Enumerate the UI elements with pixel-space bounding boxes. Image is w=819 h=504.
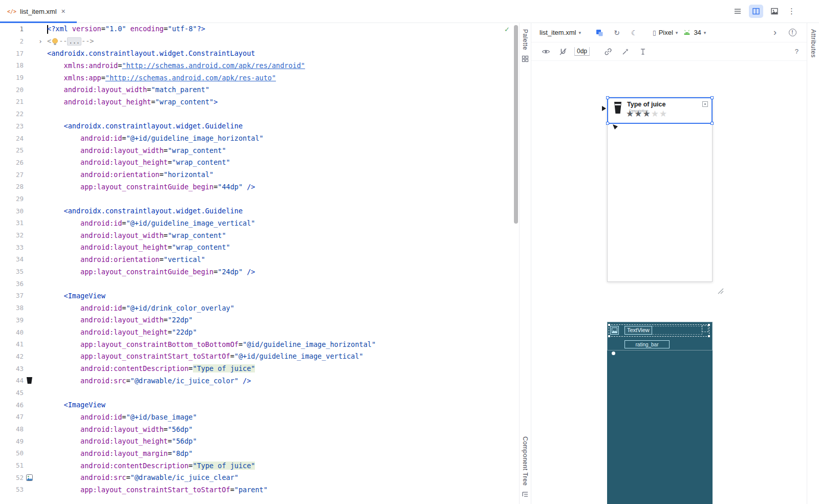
more-options-icon[interactable]: ⋮: [786, 7, 798, 16]
code-line[interactable]: 46 <ImageView: [0, 399, 519, 411]
code-line-text[interactable]: app:layout_constraintStart_toStartOf="@+…: [46, 352, 519, 360]
code-line[interactable]: 28 app:layout_constraintGuide_begin="44d…: [0, 181, 519, 193]
text-size-button[interactable]: [637, 46, 649, 58]
code-line[interactable]: 51 android:contentDescription="Type of j…: [0, 459, 519, 472]
editor-scrollbar[interactable]: [514, 25, 518, 224]
code-line[interactable]: 29: [0, 193, 519, 205]
code-line-text[interactable]: android:src="@drawable/ic_juice_color" /…: [46, 377, 519, 385]
code-line[interactable]: 23 <androidx.constraintlayout.widget.Gui…: [0, 120, 519, 133]
code-line-text[interactable]: android:id="@+id/drink_color_overlay": [46, 304, 519, 312]
code-line-text[interactable]: android:layout_width="22dp": [46, 316, 519, 324]
night-mode-icon[interactable]: ☾: [628, 27, 640, 39]
autoconnect-button[interactable]: [557, 46, 569, 58]
code-line-text[interactable]: android:layout_margin="8dp": [46, 449, 519, 457]
code-line-text[interactable]: android:layout_width="wrap_content": [46, 146, 519, 155]
code-line[interactable]: 32 android:layout_width="wrap_content": [0, 229, 519, 242]
code-line-text[interactable]: <androidx.constraintlayout.widget.Guidel…: [46, 207, 519, 215]
design-file-selector[interactable]: list_item.xml ▾: [540, 29, 581, 36]
issues-panel-button[interactable]: !: [786, 27, 799, 39]
selection-handle[interactable]: [606, 96, 609, 99]
design-view-button[interactable]: [767, 5, 782, 18]
code-line-text[interactable]: <androidx.constraintlayout.widget.Guidel…: [46, 122, 519, 130]
code-line-text[interactable]: android:layout_height="wrap_content">: [46, 98, 519, 106]
tab-list-item-xml[interactable]: </> list_item.xml ×: [0, 0, 73, 23]
code-line[interactable]: 30 <androidx.constraintlayout.widget.Gui…: [0, 205, 519, 217]
code-view-button[interactable]: [730, 5, 745, 18]
code-line[interactable]: 36: [0, 277, 519, 290]
code-line-text[interactable]: android:layout_height="22dp": [46, 328, 519, 336]
code-line[interactable]: 33 android:layout_height="wrap_content": [0, 241, 519, 253]
code-line-text[interactable]: <androidx.constraintlayout.widget.Constr…: [46, 49, 519, 57]
view-options-button[interactable]: [540, 46, 552, 58]
code-line-text[interactable]: android:src="@drawable/ic_juice_clear": [46, 473, 519, 481]
next-arrow-icon[interactable]: ›: [769, 27, 781, 39]
code-line[interactable]: 34 android:orientation="vertical": [0, 253, 519, 266]
orientation-icon[interactable]: ↻: [611, 27, 623, 39]
code-line[interactable]: 22: [0, 108, 519, 120]
device-render-preview[interactable]: Type of juice Description ★★★★★: [607, 97, 713, 282]
device-selector[interactable]: ▯ Pixel ▾: [653, 29, 678, 36]
code-line-text[interactable]: android:id="@+id/base_image": [46, 413, 519, 421]
code-line-text[interactable]: app:layout_constraintBottom_toBottomOf="…: [46, 340, 519, 348]
help-button[interactable]: ?: [795, 48, 799, 55]
blueprint-textview-label[interactable]: TextView: [624, 326, 652, 335]
code-line-text[interactable]: <?xml version="1.0" encoding="utf-8"?>: [46, 25, 519, 34]
attributes-stripe-button[interactable]: Attributes: [810, 29, 817, 58]
code-line[interactable]: 18 xmlns:android="http://schemas.android…: [0, 59, 519, 72]
code-line[interactable]: 19 xmlns:app="http://schemas.android.com…: [0, 72, 519, 84]
code-line-text[interactable]: <ImageView: [46, 401, 519, 409]
split-view-button[interactable]: [749, 5, 763, 18]
blueprint-preview[interactable]: TextView rating_bar: [607, 322, 713, 504]
design-canvas[interactable]: Type of juice Description ★★★★★: [531, 61, 807, 504]
blueprint-ratingbar-label[interactable]: rating_bar: [624, 340, 670, 348]
code-line[interactable]: 49 android:layout_height="56dp": [0, 435, 519, 447]
code-line[interactable]: 47 android:id="@+id/base_image": [0, 411, 519, 423]
code-line[interactable]: 2›<--...-->: [0, 35, 519, 48]
code-line[interactable]: 40 android:layout_height="22dp": [0, 326, 519, 338]
code-line-text[interactable]: xmlns:android="http://schemas.android.co…: [46, 61, 519, 70]
selection-handle[interactable]: [606, 122, 609, 125]
code-line[interactable]: 1<?xml version="1.0" encoding="utf-8"?>: [0, 23, 519, 35]
code-line-text[interactable]: android:contentDescription="Type of juic…: [46, 462, 519, 470]
palette-stripe-button[interactable]: Palette: [522, 29, 529, 62]
code-line-text[interactable]: app:layout_constraintGuide_begin="24dp" …: [46, 268, 519, 276]
code-line-text[interactable]: xmlns:app="http://schemas.android.com/ap…: [46, 74, 519, 82]
intention-bulb-icon[interactable]: [52, 38, 58, 46]
fold-chevron-icon[interactable]: ›: [35, 37, 46, 45]
code-line[interactable]: 21 android:layout_height="wrap_content">: [0, 96, 519, 108]
code-line-text[interactable]: app:layout_constraintStart_toStartOf="pa…: [46, 486, 519, 494]
design-surface-mode-button[interactable]: [593, 27, 606, 39]
code-line-text[interactable]: <--...-->: [46, 37, 519, 46]
code-line[interactable]: 52 android:src="@drawable/ic_juice_clear…: [0, 471, 519, 484]
code-line[interactable]: 41 app:layout_constraintBottom_toBottomO…: [0, 338, 519, 350]
blueprint-imageview-box[interactable]: [610, 326, 619, 335]
infer-constraints-button[interactable]: [619, 46, 632, 58]
code-line-text[interactable]: <ImageView: [46, 292, 519, 300]
code-line[interactable]: 50 android:layout_margin="8dp": [0, 447, 519, 459]
code-line[interactable]: 24 android:id="@+id/guideline_image_hori…: [0, 132, 519, 144]
code-line-text[interactable]: android:layout_width="wrap_content": [46, 231, 519, 239]
code-line[interactable]: 26 android:layout_height="wrap_content": [0, 157, 519, 169]
code-line-text[interactable]: android:layout_width="match_parent": [46, 85, 519, 94]
code-line[interactable]: 43 android:contentDescription="Type of j…: [0, 362, 519, 375]
selection-handle[interactable]: [710, 96, 714, 99]
component-tree-stripe-button[interactable]: Component Tree: [522, 436, 529, 498]
code-line[interactable]: 39 android:layout_width="22dp": [0, 314, 519, 326]
code-line-text[interactable]: android:id="@+id/guideline_image_vertica…: [46, 219, 519, 227]
code-line-text[interactable]: android:orientation="horizontal": [46, 170, 519, 179]
code-line-text[interactable]: android:orientation="vertical": [46, 255, 519, 264]
code-line-text[interactable]: android:layout_width="56dp": [46, 425, 519, 433]
code-editor[interactable]: 1<?xml version="1.0" encoding="utf-8"?>2…: [0, 23, 519, 504]
selected-component-outline[interactable]: Type of juice Description ★★★★★: [607, 97, 713, 124]
code-line-text[interactable]: android:layout_height="wrap_content": [46, 158, 519, 166]
code-line-text[interactable]: android:layout_height="56dp": [46, 437, 519, 445]
code-line[interactable]: 17<androidx.constraintlayout.widget.Cons…: [0, 47, 519, 59]
code-line[interactable]: 20 android:layout_width="match_parent": [0, 83, 519, 96]
code-line[interactable]: 42 app:layout_constraintStart_toStartOf=…: [0, 350, 519, 363]
code-line[interactable]: 25 android:layout_width="wrap_content": [0, 144, 519, 157]
code-line[interactable]: 27 android:orientation="horizontal": [0, 168, 519, 181]
code-line[interactable]: 38 android:id="@+id/drink_color_overlay": [0, 302, 519, 314]
inspection-ok-icon[interactable]: ✓: [504, 26, 510, 33]
code-line[interactable]: 35 app:layout_constraintGuide_begin="24d…: [0, 266, 519, 278]
code-line-text[interactable]: android:layout_height="wrap_content": [46, 243, 519, 251]
